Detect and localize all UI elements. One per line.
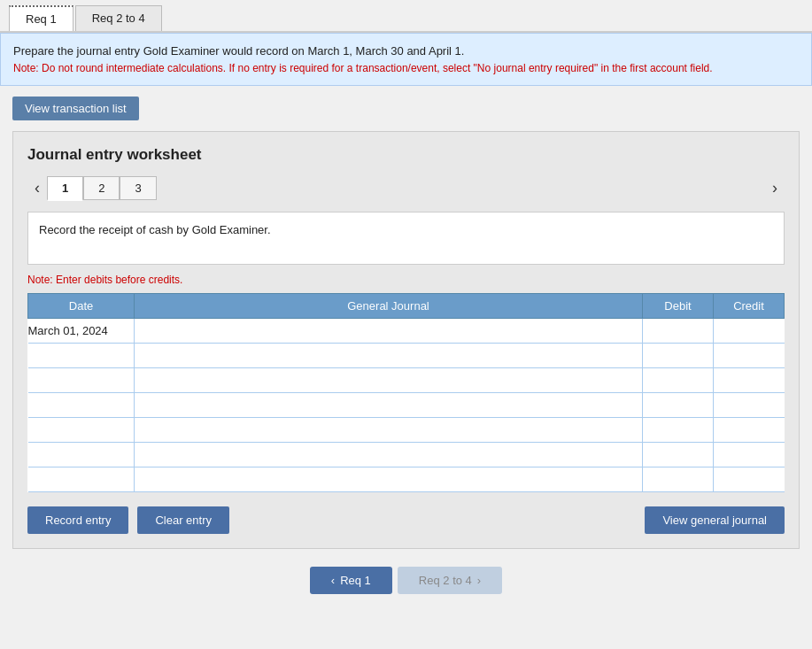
col-header-debit: Debit xyxy=(643,293,714,318)
credit-cell xyxy=(714,467,785,491)
bottom-prev-label: Req 1 xyxy=(340,574,371,587)
description-box: Record the receipt of cash by Gold Exami… xyxy=(27,212,785,265)
bottom-next-button[interactable]: Req 2 to 4 xyxy=(398,567,502,594)
journal-input[interactable] xyxy=(135,443,642,467)
note-debits-credits: Note: Enter debits before credits. xyxy=(27,274,785,286)
credit-cell xyxy=(714,318,785,343)
debit-input[interactable] xyxy=(643,467,713,491)
debit-cell xyxy=(643,442,714,467)
inner-tab-2[interactable]: 2 xyxy=(83,176,120,200)
credit-cell xyxy=(714,392,785,417)
credit-cell xyxy=(714,343,785,367)
date-input[interactable] xyxy=(28,368,135,392)
info-banner: Prepare the journal entry Gold Examiner … xyxy=(0,33,812,86)
info-note-text: Note: Do not round intermediate calculat… xyxy=(13,60,799,76)
table-row xyxy=(28,392,785,417)
date-cell xyxy=(28,392,135,417)
view-general-journal-button[interactable]: View general journal xyxy=(645,506,785,534)
bottom-next-label: Req 2 to 4 xyxy=(419,574,472,587)
tab-req2to4[interactable]: Req 2 to 4 xyxy=(75,5,162,31)
next-arrow-icon xyxy=(477,574,481,587)
debit-input[interactable] xyxy=(643,344,713,367)
date-cell xyxy=(28,417,135,442)
table-row: March 01, 2024 xyxy=(28,318,785,343)
table-row xyxy=(28,417,785,442)
date-cell xyxy=(28,367,135,392)
date-cell: March 01, 2024 xyxy=(28,318,135,343)
bottom-navigation: Req 1 Req 2 to 4 xyxy=(0,567,812,594)
top-tab-bar: Req 1 Req 2 to 4 xyxy=(0,0,812,33)
journal-cell xyxy=(135,318,643,343)
credit-cell xyxy=(714,442,785,467)
credit-input[interactable] xyxy=(714,344,785,367)
credit-input[interactable] xyxy=(714,368,785,392)
debit-input[interactable] xyxy=(643,443,713,467)
table-row xyxy=(28,442,785,467)
date-input[interactable] xyxy=(28,467,135,491)
credit-input[interactable] xyxy=(714,319,785,343)
date-cell xyxy=(28,343,135,367)
tab-req1[interactable]: Req 1 xyxy=(9,5,73,31)
debit-input[interactable] xyxy=(643,319,713,343)
table-row xyxy=(28,343,785,367)
credit-cell xyxy=(714,367,785,392)
journal-cell xyxy=(135,392,643,417)
next-tab-arrow[interactable]: › xyxy=(765,177,785,199)
journal-cell xyxy=(135,417,643,442)
date-input[interactable] xyxy=(28,418,135,442)
debit-cell xyxy=(643,367,714,392)
prev-tab-arrow[interactable]: ‹ xyxy=(27,177,47,199)
journal-input[interactable] xyxy=(135,393,642,417)
clear-entry-button[interactable]: Clear entry xyxy=(137,506,229,534)
journal-cell xyxy=(135,367,643,392)
view-transaction-button[interactable]: View transaction list xyxy=(12,97,139,120)
journal-cell xyxy=(135,343,643,367)
journal-input[interactable] xyxy=(135,319,642,343)
table-row xyxy=(28,367,785,392)
action-buttons: Record entry Clear entry View general jo… xyxy=(27,506,785,534)
date-input[interactable] xyxy=(28,393,135,417)
credit-input[interactable] xyxy=(714,467,785,491)
journal-table: Date General Journal Debit Credit March … xyxy=(27,293,785,492)
inner-tab-3[interactable]: 3 xyxy=(120,176,156,200)
inner-tab-bar: ‹ 1 2 3 › xyxy=(27,176,785,201)
worksheet-container: Journal entry worksheet ‹ 1 2 3 › Record… xyxy=(12,131,800,549)
credit-input[interactable] xyxy=(714,418,785,442)
credit-input[interactable] xyxy=(714,443,785,467)
prev-arrow-icon xyxy=(331,574,335,587)
date-cell xyxy=(28,467,135,491)
debit-input[interactable] xyxy=(643,418,713,442)
description-text: Record the receipt of cash by Gold Exami… xyxy=(39,223,271,236)
info-main-text: Prepare the journal entry Gold Examiner … xyxy=(13,42,799,60)
record-entry-button[interactable]: Record entry xyxy=(27,506,128,534)
worksheet-title: Journal entry worksheet xyxy=(27,146,785,164)
debit-input[interactable] xyxy=(643,368,713,392)
date-input[interactable] xyxy=(28,344,135,367)
debit-cell xyxy=(643,318,714,343)
debit-cell xyxy=(643,343,714,367)
col-header-credit: Credit xyxy=(714,293,785,318)
credit-cell xyxy=(714,417,785,442)
credit-input[interactable] xyxy=(714,393,785,417)
journal-cell xyxy=(135,467,643,491)
journal-input[interactable] xyxy=(135,344,642,367)
col-header-journal: General Journal xyxy=(135,293,643,318)
debit-cell xyxy=(643,392,714,417)
bottom-prev-button[interactable]: Req 1 xyxy=(310,567,392,594)
journal-input[interactable] xyxy=(135,418,642,442)
journal-input[interactable] xyxy=(135,467,642,491)
journal-cell xyxy=(135,442,643,467)
table-row xyxy=(28,467,785,491)
journal-input[interactable] xyxy=(135,368,642,392)
date-cell xyxy=(28,442,135,467)
debit-cell xyxy=(643,467,714,491)
col-header-date: Date xyxy=(28,293,135,318)
debit-input[interactable] xyxy=(643,393,713,417)
date-input[interactable] xyxy=(28,443,135,467)
debit-cell xyxy=(643,417,714,442)
inner-tab-1[interactable]: 1 xyxy=(47,176,83,201)
